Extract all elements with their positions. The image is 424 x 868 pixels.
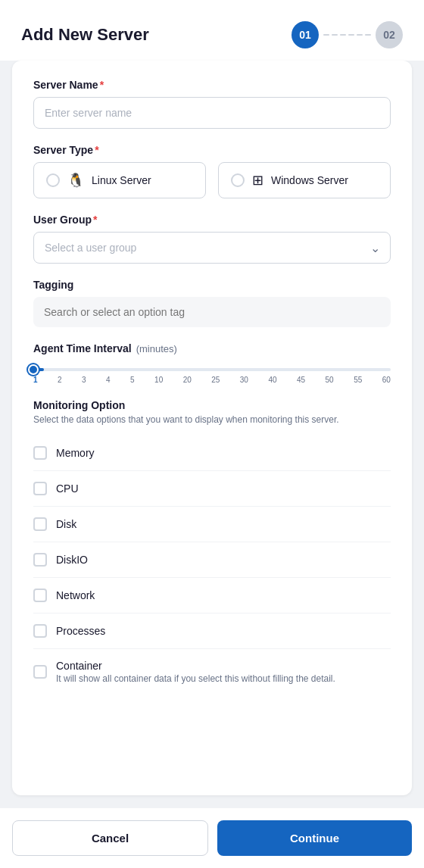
windows-server-option[interactable]: ⊞ Windows Server [218, 162, 391, 198]
agent-time-unit: (minutes) [136, 343, 177, 354]
linux-server-label: Linux Server [92, 174, 151, 186]
step-2: 02 [376, 21, 403, 48]
container-checkbox[interactable] [33, 665, 47, 679]
container-sublabel: It will show all container data if you s… [56, 673, 335, 684]
cancel-button[interactable]: Cancel [12, 820, 208, 856]
page-header: Add New Server 01 02 [0, 0, 424, 61]
windows-radio [231, 173, 245, 187]
required-star: * [100, 79, 104, 91]
slider-thumb[interactable] [28, 364, 39, 375]
windows-server-label: Windows Server [271, 174, 348, 186]
monitoring-disk-row: Disk [33, 507, 391, 542]
monitoring-diskio-row: DiskIO [33, 542, 391, 578]
required-star-2: * [95, 144, 98, 156]
network-checkbox[interactable] [33, 589, 47, 602]
container-info: Container It will show all container dat… [56, 660, 335, 684]
server-name-input[interactable] [33, 97, 391, 129]
slider-track [33, 368, 391, 371]
diskio-label: DiskIO [56, 554, 88, 566]
cpu-checkbox[interactable] [33, 482, 47, 495]
diskio-checkbox[interactable] [33, 553, 47, 567]
monitoring-cpu-row: CPU [33, 471, 391, 507]
user-group-select[interactable]: Select a user group [33, 232, 391, 264]
disk-checkbox[interactable] [33, 517, 47, 531]
monitoring-network-row: Network [33, 578, 391, 614]
network-label: Network [56, 589, 95, 601]
memory-label: Memory [56, 447, 95, 459]
continue-button[interactable]: Continue [217, 820, 412, 856]
agent-time-label: Agent Time Interval [33, 342, 132, 354]
monitoring-section: Monitoring Option Select the data option… [33, 399, 391, 695]
disk-label: Disk [56, 518, 76, 530]
cpu-label: CPU [56, 482, 79, 495]
monitoring-memory-row: Memory [33, 436, 391, 471]
step-divider [323, 34, 371, 36]
memory-checkbox[interactable] [33, 446, 47, 460]
monitoring-processes-row: Processes [33, 614, 391, 649]
processes-checkbox[interactable] [33, 624, 47, 638]
stepper: 01 02 [292, 21, 403, 48]
user-group-field: User Group* Select a user group ⌄ [33, 214, 391, 264]
tagging-field: Tagging [33, 279, 391, 327]
footer-actions: Cancel Continue [0, 807, 424, 868]
server-type-options: 🐧 Linux Server ⊞ Windows Server [33, 162, 391, 198]
tagging-label: Tagging [33, 279, 391, 291]
page-title: Add New Server [21, 25, 149, 45]
tagging-input[interactable] [33, 297, 391, 327]
container-label: Container [56, 660, 335, 672]
monitoring-description: Select the data options that you want to… [33, 414, 391, 425]
form-card: Server Name* Server Type* 🐧 Linux Server… [12, 61, 412, 795]
slider-labels: 1 2 3 4 5 10 20 25 30 40 45 50 55 60 [33, 376, 391, 384]
linux-server-option[interactable]: 🐧 Linux Server [33, 162, 206, 198]
agent-time-slider-container: 1 2 3 4 5 10 20 25 30 40 45 50 55 60 [33, 368, 391, 384]
server-type-label: Server Type* [33, 144, 391, 156]
monitoring-container-row: Container It will show all container dat… [33, 649, 391, 695]
server-type-field: Server Type* 🐧 Linux Server ⊞ Windows Se… [33, 144, 391, 198]
agent-time-field: Agent Time Interval (minutes) 1 2 3 4 5 … [33, 342, 391, 384]
user-group-select-wrapper: Select a user group ⌄ [33, 232, 391, 264]
windows-icon: ⊞ [252, 173, 263, 187]
server-name-label: Server Name* [33, 79, 391, 91]
processes-label: Processes [56, 625, 105, 637]
user-group-label: User Group* [33, 214, 391, 226]
required-star-3: * [93, 214, 97, 226]
agent-time-header: Agent Time Interval (minutes) [33, 342, 391, 361]
monitoring-label: Monitoring Option [33, 399, 391, 411]
step-1: 01 [292, 21, 319, 48]
linux-icon: 🐧 [67, 173, 84, 187]
server-name-field: Server Name* [33, 79, 391, 129]
linux-radio [46, 173, 60, 187]
